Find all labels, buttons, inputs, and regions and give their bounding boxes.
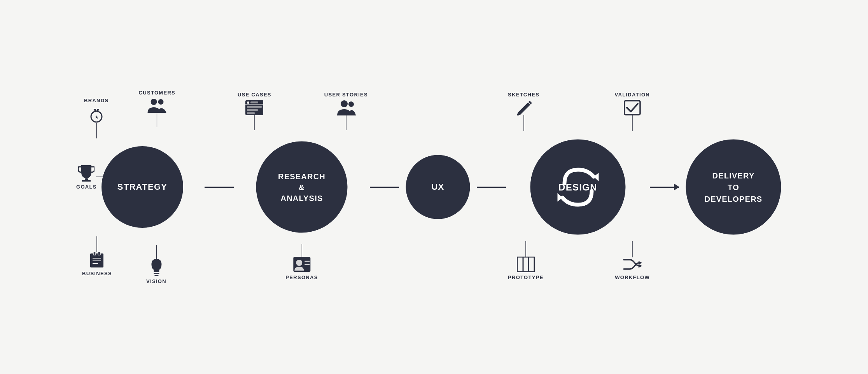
research-circle: RESEARCH & ANALYSIS xyxy=(256,142,348,233)
shuffle-icon xyxy=(623,257,642,272)
vision-label: VISION xyxy=(146,278,166,284)
business-satellite: BUSINESS xyxy=(82,251,112,276)
svg-point-6 xyxy=(158,99,164,105)
prototype-satellite: PROTOTYPE xyxy=(508,257,544,280)
user-pair-icon xyxy=(336,100,356,115)
validation-satellite: VALIDATION xyxy=(614,92,650,115)
vision-line xyxy=(156,245,157,259)
goals-satellite: GOALS xyxy=(76,164,97,190)
svg-point-35 xyxy=(296,260,302,266)
svg-rect-12 xyxy=(93,252,96,255)
goals-label: GOALS xyxy=(76,184,97,190)
user-stories-label: USER STORIES xyxy=(324,92,368,98)
validation-line xyxy=(632,115,633,131)
research-label: RESEARCH & ANALYSIS xyxy=(278,171,326,203)
use-cases-line xyxy=(254,115,255,130)
brands-line xyxy=(96,123,97,138)
business-label: BUSINESS xyxy=(82,271,112,276)
svg-rect-26 xyxy=(250,101,258,103)
workflow-satellite: WORKFLOW xyxy=(615,257,650,280)
svg-point-5 xyxy=(151,99,157,105)
persona-icon xyxy=(293,257,311,272)
sketches-line xyxy=(523,115,524,131)
pencil-icon xyxy=(515,100,533,115)
svg-marker-44 xyxy=(557,193,562,201)
design-circle: DESIGN xyxy=(530,140,626,235)
design-container: SKETCHES VALIDATION xyxy=(506,86,650,288)
svg-marker-50 xyxy=(639,261,642,265)
prototype-label: PROTOTYPE xyxy=(508,274,544,280)
svg-rect-25 xyxy=(247,101,249,104)
svg-point-31 xyxy=(341,100,348,107)
business-line xyxy=(96,236,97,252)
brands-label: BRANDS xyxy=(84,98,108,103)
people-icon xyxy=(147,98,167,114)
brands-satellite: BRANDS ★ xyxy=(84,98,108,124)
flow: BRANDS ★ CUSTOMERS xyxy=(26,86,842,288)
bulb-icon xyxy=(149,258,164,276)
trophy-icon xyxy=(78,164,94,182)
user-stories-satellite: USER STORIES xyxy=(324,92,368,115)
workflow-line xyxy=(632,241,633,257)
use-cases-label: USE CASES xyxy=(238,92,271,98)
personas-line xyxy=(301,244,302,257)
ux-circle: UX xyxy=(406,155,470,219)
use-cases-satellite: USE CASES xyxy=(238,92,271,115)
svg-rect-8 xyxy=(85,178,88,180)
svg-rect-9 xyxy=(82,180,91,182)
columns-icon xyxy=(517,257,535,272)
personas-satellite: PERSONAS xyxy=(285,257,318,280)
delivery-circle: DELIVERY TO DEVELOPERS xyxy=(686,140,781,235)
svg-point-32 xyxy=(348,101,354,107)
workflow-label: WORKFLOW xyxy=(615,274,650,280)
ux-container: UX xyxy=(399,86,477,288)
svg-rect-45 xyxy=(517,257,534,272)
connector-1 xyxy=(205,187,234,188)
sketches-label: SKETCHES xyxy=(508,92,539,98)
svg-rect-29 xyxy=(247,112,255,114)
strategy-circle: STRATEGY xyxy=(102,146,183,228)
svg-marker-43 xyxy=(593,173,598,181)
connector-4 xyxy=(650,187,679,188)
svg-rect-19 xyxy=(154,275,158,276)
delivery-label: DELIVERY TO DEVELOPERS xyxy=(705,170,763,204)
svg-rect-28 xyxy=(247,109,258,111)
strategy-container: BRANDS ★ CUSTOMERS xyxy=(80,86,205,288)
svg-rect-13 xyxy=(98,252,100,255)
personas-label: PERSONAS xyxy=(285,274,318,280)
research-container: USE CASES USER STORIES xyxy=(234,86,370,288)
user-stories-line xyxy=(346,115,346,130)
strategy-label: STRATEGY xyxy=(117,182,168,193)
vision-satellite: VISION xyxy=(146,258,166,284)
prototype-line xyxy=(525,241,526,257)
medal-icon: ★ xyxy=(88,106,105,124)
customers-line xyxy=(157,114,158,127)
customers-satellite: CUSTOMERS xyxy=(139,90,176,114)
svg-rect-27 xyxy=(247,106,262,108)
ux-label: UX xyxy=(431,182,444,193)
diagram: BRANDS ★ CUSTOMERS xyxy=(26,20,842,354)
connector-3 xyxy=(477,187,506,188)
svg-text:★: ★ xyxy=(94,115,98,119)
design-label: DESIGN xyxy=(558,181,597,193)
checkbox-icon xyxy=(624,100,641,115)
svg-rect-18 xyxy=(154,273,159,274)
sketches-satellite: SKETCHES xyxy=(508,92,539,115)
customers-label: CUSTOMERS xyxy=(139,90,176,96)
connector-2 xyxy=(370,187,399,188)
notepad-icon xyxy=(89,251,104,268)
delivery-container: DELIVERY TO DEVELOPERS xyxy=(679,86,788,288)
svg-marker-49 xyxy=(639,264,642,268)
validation-label: VALIDATION xyxy=(614,92,650,98)
window-icon xyxy=(245,100,264,115)
